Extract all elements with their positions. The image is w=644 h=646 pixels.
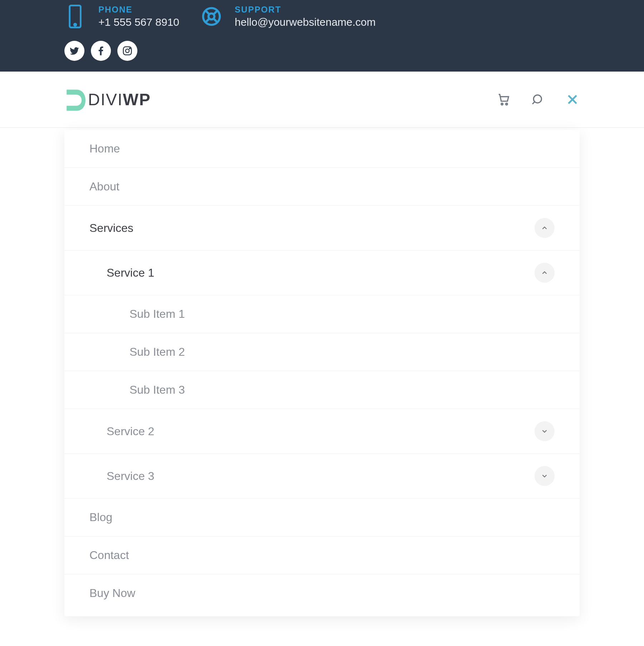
svg-line-5 xyxy=(214,10,218,14)
cart-icon[interactable] xyxy=(497,92,511,107)
chevron-down-icon[interactable] xyxy=(535,421,555,441)
menu-item-contact[interactable]: Contact xyxy=(64,536,580,574)
menu-item-label: Services xyxy=(89,222,133,235)
chevron-up-icon[interactable] xyxy=(535,263,555,283)
menu-item-label: Service 2 xyxy=(107,425,154,438)
facebook-icon[interactable] xyxy=(91,41,111,61)
headerbar: DIVIWP xyxy=(0,72,644,128)
chevron-down-icon[interactable] xyxy=(535,466,555,486)
chevron-up-icon[interactable] xyxy=(535,218,555,238)
menu-item-label: Sub Item 1 xyxy=(130,307,185,321)
menu-item-about[interactable]: About xyxy=(64,168,580,206)
menu-item-services[interactable]: Services xyxy=(64,206,580,251)
menu-item-label: About xyxy=(89,180,119,193)
menu-item-label: Service 1 xyxy=(107,266,154,280)
logo-text-b: WP xyxy=(123,90,151,109)
menu-item-label: Blog xyxy=(89,511,112,524)
menu-item-label: Buy Now xyxy=(89,587,135,600)
menu-item-sub-1[interactable]: Sub Item 1 xyxy=(64,295,580,333)
twitter-icon[interactable] xyxy=(64,41,84,61)
svg-point-3 xyxy=(209,14,215,20)
menu-item-label: Contact xyxy=(89,549,129,562)
menu-item-service-3[interactable]: Service 3 xyxy=(64,454,580,499)
logo[interactable]: DIVIWP xyxy=(64,87,151,112)
social-row xyxy=(0,31,644,61)
menu-item-service-1[interactable]: Service 1 xyxy=(64,251,580,295)
menu-item-label: Sub Item 3 xyxy=(130,383,185,397)
support-value[interactable]: hello@yourwebsitename.com xyxy=(235,16,376,28)
svg-point-12 xyxy=(506,103,508,105)
menu-item-blog[interactable]: Blog xyxy=(64,499,580,536)
logo-mark-icon xyxy=(64,87,86,112)
menu-item-service-2[interactable]: Service 2 xyxy=(64,409,580,454)
menu-panel: Home About Services Service 1 xyxy=(64,130,580,616)
menu-item-label: Home xyxy=(89,142,120,155)
svg-point-13 xyxy=(533,95,541,103)
topbar: PHONE +1 555 567 8910 xyxy=(0,0,644,72)
svg-point-9 xyxy=(126,49,129,53)
support-block: SUPPORT hello@yourwebsitename.com xyxy=(201,0,376,31)
menu-item-label: Service 3 xyxy=(107,470,154,483)
support-label: SUPPORT xyxy=(235,5,376,15)
svg-line-7 xyxy=(214,19,218,23)
phone-block: PHONE +1 555 567 8910 xyxy=(64,0,179,31)
phone-label: PHONE xyxy=(98,5,179,15)
support-icon xyxy=(201,2,222,31)
search-icon[interactable] xyxy=(531,92,545,107)
menu-item-home[interactable]: Home xyxy=(64,130,580,168)
svg-point-11 xyxy=(501,103,503,105)
menu-item-sub-3[interactable]: Sub Item 3 xyxy=(64,371,580,409)
logo-text: DIVIWP xyxy=(88,90,151,109)
phone-value[interactable]: +1 555 567 8910 xyxy=(98,16,179,28)
menu-item-sub-2[interactable]: Sub Item 2 xyxy=(64,333,580,371)
logo-text-a: DIVI xyxy=(88,90,123,109)
svg-line-6 xyxy=(205,19,209,23)
svg-line-14 xyxy=(532,102,535,104)
instagram-icon[interactable] xyxy=(117,41,137,61)
svg-point-1 xyxy=(74,24,76,26)
svg-line-4 xyxy=(205,10,209,14)
menu-item-buy-now[interactable]: Buy Now xyxy=(64,574,580,616)
svg-point-10 xyxy=(130,48,131,49)
phone-icon xyxy=(64,2,86,31)
close-icon[interactable] xyxy=(565,92,580,107)
menu-item-label: Sub Item 2 xyxy=(130,345,185,359)
